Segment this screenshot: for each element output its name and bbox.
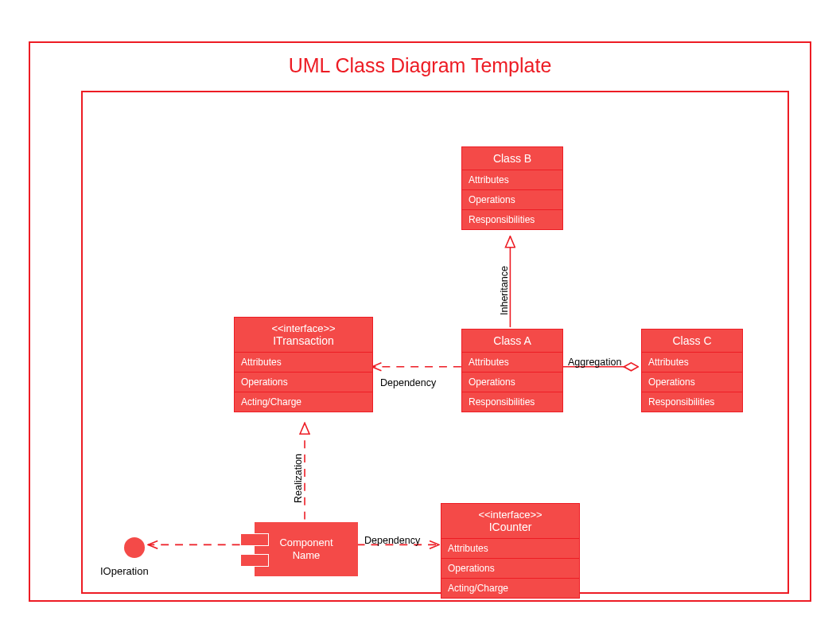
class-a: Class A Attributes Operations Responsibi… (461, 329, 563, 412)
icounter-stereotype: <<interface>> (446, 509, 574, 521)
class-c-name: Class C (647, 334, 737, 347)
class-b: Class B Attributes Operations Responsibi… (461, 146, 563, 230)
label-realization: Realization (293, 454, 304, 503)
itransaction-stereotype: <<interface>> (239, 322, 368, 334)
ioperation-label: IOperation (100, 565, 149, 577)
component: Component Name (255, 522, 358, 576)
class-a-responsibilities: Responsibilities (462, 392, 562, 412)
outer-frame: UML Class Diagram Template ITransaction … (29, 41, 811, 602)
class-a-name: Class A (467, 334, 558, 347)
component-port-icon (240, 554, 269, 567)
component-name: Component Name (279, 536, 332, 563)
interface-itransaction: <<interface>> ITransaction Attributes Op… (234, 317, 373, 412)
icounter-attributes: Attributes (441, 539, 579, 559)
class-b-name: Class B (467, 152, 558, 165)
label-dependency-1: Dependency (380, 377, 436, 388)
itransaction-name: ITransaction (239, 334, 368, 347)
icounter-name: ICounter (446, 521, 574, 533)
interface-icounter: <<interface>> ICounter Attributes Operat… (441, 503, 580, 599)
label-aggregation: Aggregation (568, 357, 621, 368)
class-b-operations: Operations (462, 190, 562, 210)
itransaction-attributes: Attributes (235, 353, 372, 373)
itransaction-acting: Acting/Charge (235, 392, 372, 412)
class-b-responsibilities: Responsibilities (462, 210, 562, 229)
ioperation-ball-icon (124, 537, 145, 558)
label-inheritance: Inheritance (499, 266, 510, 315)
class-b-attributes: Attributes (462, 170, 562, 190)
icounter-operations: Operations (441, 559, 579, 579)
class-c-attributes: Attributes (642, 353, 742, 373)
class-a-operations: Operations (462, 373, 562, 392)
class-c-responsibilities: Responsibilities (642, 392, 742, 412)
inner-frame: ITransaction (dashed, open arrow pointin… (81, 91, 789, 594)
class-c: Class C Attributes Operations Responsibi… (641, 329, 743, 412)
diagram-title: UML Class Diagram Template (30, 54, 810, 77)
class-a-attributes: Attributes (462, 353, 562, 373)
icounter-acting: Acting/Charge (441, 579, 579, 598)
label-dependency-2: Dependency (364, 535, 420, 546)
component-port-icon (240, 533, 269, 546)
itransaction-operations: Operations (235, 373, 372, 392)
class-c-operations: Operations (642, 373, 742, 392)
